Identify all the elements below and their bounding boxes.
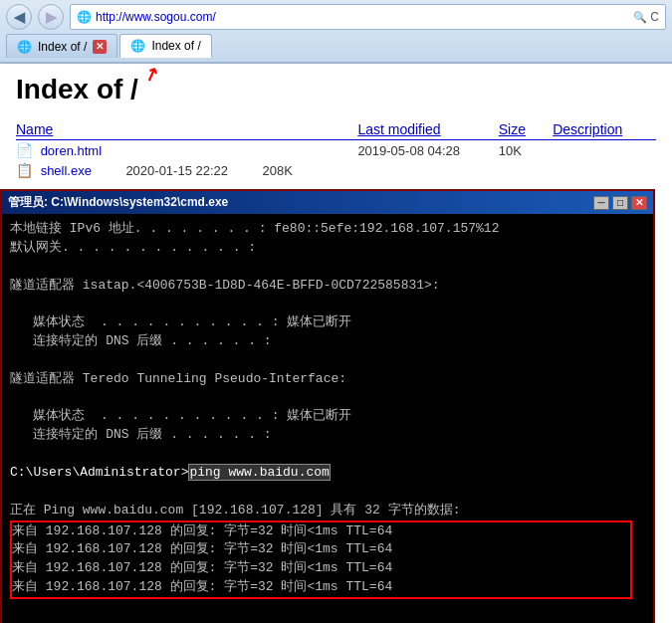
file-name-2[interactable]: 📋 shell.exe — [16, 160, 112, 178]
tab-close-1[interactable]: ✕ — [93, 40, 107, 54]
cmd-line-0: 本地链接 IPv6 地址. . . . . . . . : fe80::5efe… — [10, 220, 645, 239]
cmd-maximize-button[interactable]: □ — [612, 196, 628, 210]
file-size-2: 208K — [253, 161, 313, 179]
col-size[interactable]: Size — [499, 119, 553, 140]
page-content: Index of / ↗ Name Last modified Size Des… — [0, 63, 672, 188]
file-icon-1: 📄 — [16, 142, 33, 158]
tab-label-1: Index of / — [38, 40, 87, 54]
cmd-line-11: 连接特定的 DNS 后缀 . . . . . . : — [10, 426, 645, 445]
ping-reply-4: 来自 192.168.107.128 的回复: 字节=32 时间<1ms TTL… — [12, 578, 630, 597]
back-button[interactable]: ◀ — [6, 4, 32, 30]
table-row: 📄 doren.html 2019-05-08 04:28 10K — [16, 140, 656, 161]
cmd-line-10: 媒体状态 . . . . . . . . . . . : 媒体已断开 — [10, 407, 645, 426]
tab-favicon-2: 🌐 — [130, 39, 145, 53]
tabs-bar: 🌐 Index of / ✕ 🌐 Index of / — [6, 34, 666, 58]
cmd-ping-header: 正在 Ping www.baidu.com [192.168.107.128] … — [10, 502, 645, 520]
cmd-line-5: 媒体状态 . . . . . . . . . . . : 媒体已断开 — [10, 313, 645, 332]
ping-reply-1: 来自 192.168.107.128 的回复: 字节=32 时间<1ms TTL… — [12, 522, 630, 541]
ping-response-box: 来自 192.168.107.128 的回复: 字节=32 时间<1ms TTL… — [10, 520, 632, 599]
address-favicon: 🌐 — [77, 10, 92, 24]
file-date-1: 2019-05-08 04:28 — [357, 140, 498, 161]
address-text: http://www.sogou.com/ — [96, 10, 630, 24]
cmd-line-1: 默认网关. . . . . . . . . . . . : — [10, 239, 645, 258]
cmd-titlebar: 管理员: C:\Windows\system32\cmd.exe ─ □ ✕ — [2, 191, 653, 214]
cmd-blank2 — [10, 599, 645, 618]
tab-1[interactable]: 🌐 Index of / ✕ — [6, 34, 117, 58]
nav-bar: ◀ ▶ 🌐 http://www.sogou.com/ 🔍 C — [6, 4, 666, 30]
cmd-line-3: 隧道适配器 isatap.<4006753B-1D8D-464E-BFFD-0C… — [10, 277, 645, 296]
file-date-2: 2020-01-15 22:22 — [115, 161, 248, 179]
refresh-button[interactable]: C — [650, 10, 659, 24]
cmd-minimize-button[interactable]: ─ — [593, 196, 609, 210]
tab-favicon-1: 🌐 — [17, 40, 32, 54]
file-name-1[interactable]: 📄 doren.html — [16, 140, 357, 161]
tab-2[interactable]: 🌐 Index of / — [119, 34, 211, 58]
cmd-line-2 — [10, 258, 645, 277]
cmd-close-button[interactable]: ✕ — [631, 196, 647, 210]
forward-button[interactable]: ▶ — [38, 4, 64, 30]
file-size-1: 10K — [499, 140, 553, 161]
cmd-window: 管理员: C:\Windows\system32\cmd.exe ─ □ ✕ 本… — [0, 189, 655, 623]
file-icon-2: 📋 — [16, 162, 33, 178]
cmd-line-6: 连接特定的 DNS 后缀 . . . . . . : — [10, 332, 645, 351]
ping-reply-3: 来自 192.168.107.128 的回复: 字节=32 时间<1ms TTL… — [12, 559, 630, 578]
ping-reply-2: 来自 192.168.107.128 的回复: 字节=32 时间<1ms TTL… — [12, 540, 630, 559]
cmd-body: 本地链接 IPv6 地址. . . . . . . . : fe80::5efe… — [2, 214, 653, 623]
cmd-line-9 — [10, 389, 645, 408]
cmd-title-text: 管理员: C:\Windows\system32\cmd.exe — [8, 194, 228, 211]
page-title: Index of / ↗ — [16, 74, 138, 105]
cmd-line-blank — [10, 483, 645, 502]
col-modified[interactable]: Last modified — [357, 119, 498, 140]
directory-table: Name Last modified Size Description 📄 do… — [16, 119, 656, 178]
red-arrow-decoration: ↗ — [140, 62, 162, 88]
cmd-prompt-line: C:\Users\Administrator>ping www.baidu.co… — [10, 464, 645, 483]
cmd-line-7 — [10, 351, 645, 370]
tab-label-2: Index of / — [151, 39, 200, 53]
col-description[interactable]: Description — [553, 119, 656, 140]
ping-command: ping www.baidu.com — [188, 464, 330, 481]
col-name[interactable]: Name — [16, 119, 357, 140]
cmd-controls: ─ □ ✕ — [593, 196, 647, 210]
search-icon: 🔍 — [633, 11, 647, 24]
browser-chrome: ◀ ▶ 🌐 http://www.sogou.com/ 🔍 C 🌐 Index … — [0, 0, 672, 63]
cmd-line-8: 隧道适配器 Teredo Tunneling Pseudo-Interface: — [10, 370, 645, 389]
table-row: 📋 shell.exe 2020-01-15 22:22 208K — [16, 160, 357, 178]
cmd-line-4 — [10, 295, 645, 313]
cmd-line-12 — [10, 445, 645, 464]
address-bar[interactable]: 🌐 http://www.sogou.com/ 🔍 C — [70, 4, 666, 30]
